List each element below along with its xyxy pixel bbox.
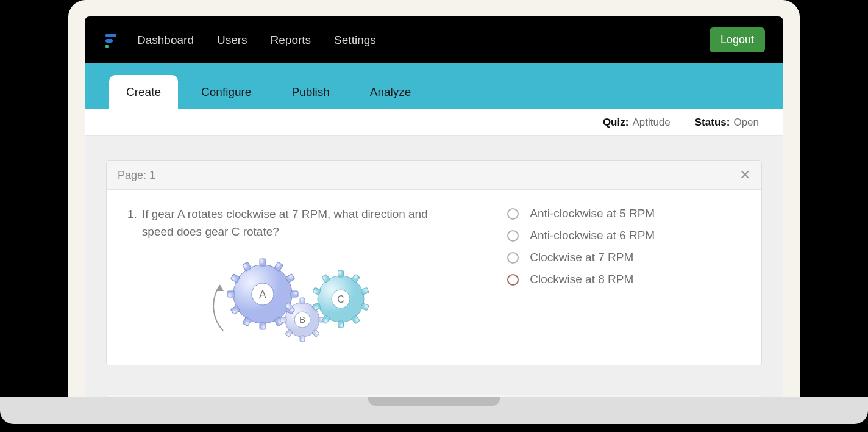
laptop-notch xyxy=(368,397,500,406)
status-value: Open xyxy=(733,117,759,129)
option-label: Anti-clockwise at 6 RPM xyxy=(530,229,655,242)
question-text: 1 If gear A rotates clockwise at 7 RPM, … xyxy=(127,206,447,240)
nav-settings[interactable]: Settings xyxy=(334,34,376,47)
svg-rect-1 xyxy=(105,39,113,43)
question-number: 1 xyxy=(127,206,137,240)
svg-rect-22 xyxy=(300,298,305,304)
tab-analyze[interactable]: Analyze xyxy=(353,75,429,109)
nav-dashboard[interactable]: Dashboard xyxy=(137,34,194,47)
close-icon[interactable]: ✕ xyxy=(739,167,750,183)
option-3[interactable]: Clockwise at 8 RPM xyxy=(507,273,741,286)
option-label: Clockwise at 8 RPM xyxy=(530,273,633,286)
svg-rect-0 xyxy=(105,34,116,37)
gear-a-label: A xyxy=(259,289,266,300)
nav-reports[interactable]: Reports xyxy=(271,34,311,47)
svg-rect-19 xyxy=(227,291,235,297)
svg-rect-16 xyxy=(260,322,266,329)
question-left: 1 If gear A rotates clockwise at 7 RPM, … xyxy=(127,206,464,349)
svg-rect-13 xyxy=(291,291,298,297)
svg-rect-35 xyxy=(338,321,344,328)
top-navbar: Dashboard Users Reports Settings Logout xyxy=(85,16,783,63)
radio-icon xyxy=(507,274,519,286)
info-quiz: Quiz: Aptitude xyxy=(603,117,671,129)
svg-rect-38 xyxy=(313,287,321,295)
app-logo-icon xyxy=(103,32,120,49)
gear-diagram-icon: A B xyxy=(196,251,379,349)
question-row: 1 If gear A rotates clockwise at 7 RPM, … xyxy=(107,190,761,365)
svg-rect-32 xyxy=(361,287,369,295)
page-card-1: Page: 1 ✕ 1 If gear A rotates clockwise … xyxy=(106,160,762,365)
nav-users[interactable]: Users xyxy=(217,34,247,47)
laptop-frame: Dashboard Users Reports Settings Logout … xyxy=(68,0,800,397)
gear-b-label: B xyxy=(299,314,305,325)
radio-icon xyxy=(507,230,519,242)
radio-icon xyxy=(507,208,519,220)
option-label: Clockwise at 7 RPM xyxy=(530,251,633,264)
option-2[interactable]: Clockwise at 7 RPM xyxy=(507,251,741,264)
svg-rect-10 xyxy=(260,259,266,266)
tab-bar: Create Configure Publish Analyze xyxy=(85,63,783,109)
option-1[interactable]: Anti-clockwise at 6 RPM xyxy=(507,229,741,242)
quiz-label: Quiz: xyxy=(603,117,629,129)
gear-c-label: C xyxy=(337,294,344,304)
tab-publish[interactable]: Publish xyxy=(274,75,346,109)
page-title-1: Page: 1 xyxy=(118,169,155,182)
svg-rect-2 xyxy=(105,45,109,48)
option-0[interactable]: Anti-clockwise at 5 RPM xyxy=(507,207,741,220)
quiz-value: Aptitude xyxy=(632,117,670,129)
radio-icon xyxy=(507,252,519,264)
info-bar: Quiz: Aptitude Status: Open xyxy=(85,109,783,136)
option-label: Anti-clockwise at 5 RPM xyxy=(530,207,655,220)
tab-create[interactable]: Create xyxy=(109,75,178,109)
svg-rect-37 xyxy=(313,303,321,311)
svg-rect-33 xyxy=(361,303,369,311)
page-header-1: Page: 1 ✕ xyxy=(107,161,761,190)
logout-button[interactable]: Logout xyxy=(710,27,765,52)
svg-rect-30 xyxy=(338,270,344,277)
app-window: Dashboard Users Reports Settings Logout … xyxy=(85,16,783,397)
content-area: Page: 1 ✕ 1 If gear A rotates clockwise … xyxy=(85,136,783,397)
tab-configure[interactable]: Configure xyxy=(184,75,268,109)
svg-rect-28 xyxy=(280,317,286,322)
svg-rect-26 xyxy=(300,336,305,342)
info-status: Status: Open xyxy=(695,117,759,129)
question-options: Anti-clockwise at 5 RPM Anti-clockwise a… xyxy=(464,206,741,349)
status-label: Status: xyxy=(695,117,730,129)
question-body: If gear A rotates clockwise at 7 RPM, wh… xyxy=(142,206,447,240)
top-nav-links: Dashboard Users Reports Settings xyxy=(137,34,376,47)
